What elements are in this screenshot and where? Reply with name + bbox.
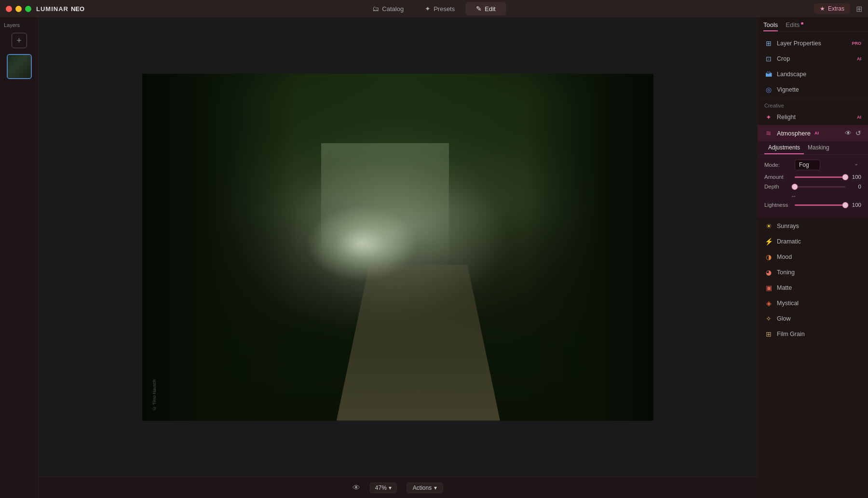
zoom-selector[interactable]: 47% ▾ <box>370 483 397 493</box>
lightness-label: Lightness <box>764 202 791 208</box>
fog-glow <box>306 205 418 282</box>
canvas-wrapper: © Timo Nausch <box>39 17 757 477</box>
crop-icon: ⊡ <box>764 54 773 63</box>
extras-button[interactable]: ★ Extras <box>814 3 850 14</box>
depth-slider-thumb[interactable] <box>792 184 798 190</box>
sunrays-label: Sunrays <box>777 223 861 229</box>
crop-label: Crop <box>777 55 853 62</box>
tab-tools[interactable]: Tools <box>763 21 778 31</box>
atmosphere-icon: ≋ <box>764 129 773 137</box>
maximize-button[interactable] <box>25 6 31 12</box>
layer-properties-icon: ⊞ <box>764 39 773 48</box>
amount-label: Amount <box>764 174 791 180</box>
toning-icon: ◕ <box>764 268 773 277</box>
tool-crop[interactable]: ⊡ Crop AI <box>758 51 868 67</box>
main-layout: Layers + © Timo Nausch <box>0 17 868 498</box>
visibility-toggle[interactable]: 👁 <box>353 484 360 492</box>
tab-edit[interactable]: ✎ Edit <box>465 2 506 15</box>
mode-select[interactable]: Fog Haze Mist Steam <box>795 160 820 170</box>
titlebar-right: ★ Extras ⊞ <box>814 3 862 14</box>
lightness-value: 100 <box>849 202 861 208</box>
copyright-text: © Timo Nausch <box>152 379 157 411</box>
tools-tab-label: Tools <box>763 21 778 28</box>
film-grain-icon: ⊞ <box>764 330 773 338</box>
tool-glow[interactable]: ✧ Glow <box>758 311 868 326</box>
nav-tabs: 🗂 Catalog ✦ Presets ✎ Edit <box>362 2 506 15</box>
crop-badge: AI <box>857 56 861 61</box>
tab-catalog[interactable]: 🗂 Catalog <box>362 2 414 15</box>
mystical-label: Mystical <box>777 300 861 307</box>
window-controls <box>6 6 31 12</box>
mode-row: Mode: Fog Haze Mist Steam <box>764 160 861 170</box>
atm-tab-masking[interactable]: Masking <box>804 141 833 154</box>
amount-slider-thumb[interactable] <box>842 174 849 180</box>
atmosphere-header-left: ≋ Atmosphere AI <box>764 129 819 137</box>
edits-tab-label: Edits <box>786 21 800 28</box>
zoom-arrow-icon: ▾ <box>389 485 392 491</box>
tab-presets[interactable]: ✦ Presets <box>414 2 465 15</box>
tool-relight[interactable]: ✦ Relight AI <box>758 109 868 125</box>
edit-label: Edit <box>485 5 495 13</box>
tool-layer-properties[interactable]: ⊞ Layer Properties PRO <box>758 36 868 51</box>
matte-icon: ▣ <box>764 283 773 292</box>
lightness-slider-thumb[interactable] <box>842 202 849 208</box>
mood-icon: ◑ <box>764 253 773 261</box>
layers-panel: Layers + <box>0 17 39 498</box>
edit-icon: ✎ <box>476 5 482 13</box>
tool-dramatic[interactable]: ⚡ Dramatic <box>758 234 868 249</box>
tool-vignette[interactable]: ◎ Vignette <box>758 82 868 97</box>
zoom-value: 47% <box>375 485 387 491</box>
creative-divider <box>758 98 868 99</box>
actions-arrow-icon: ▾ <box>434 485 437 491</box>
atmosphere-content: Mode: Fog Haze Mist Steam Amount <box>758 155 868 218</box>
tool-mystical[interactable]: ◈ Mystical <box>758 296 868 311</box>
depth-slider-track[interactable] <box>795 186 845 188</box>
forest-trees-left <box>142 74 296 421</box>
relight-icon: ✦ <box>764 113 773 121</box>
mood-label: Mood <box>777 254 861 260</box>
film-grain-label: Film Grain <box>777 331 861 337</box>
atmosphere-controls: 👁 ↺ <box>845 129 861 137</box>
amount-slider-track[interactable] <box>795 176 845 178</box>
tool-matte[interactable]: ▣ Matte <box>758 280 868 296</box>
lightness-row: Lightness 100 <box>764 202 861 208</box>
extras-label: Extras <box>828 5 844 12</box>
atmosphere-header[interactable]: ≋ Atmosphere AI 👁 ↺ <box>758 125 868 141</box>
catalog-icon: 🗂 <box>372 5 379 13</box>
layer-properties-badge: PRO <box>852 41 861 46</box>
tab-edits[interactable]: Edits <box>786 21 803 31</box>
atmosphere-eye-button[interactable]: 👁 <box>845 129 852 137</box>
actions-button[interactable]: Actions ▾ <box>407 483 443 493</box>
landscape-icon: 🏔 <box>764 70 773 79</box>
bottom-bar: 👁 47% ▾ Actions ▾ <box>39 477 757 498</box>
depth-cursor-icon: ↔ <box>791 193 797 200</box>
minimize-button[interactable] <box>15 6 22 12</box>
atm-tab-adjustments[interactable]: Adjustments <box>764 141 804 154</box>
depth-label: Depth <box>764 184 791 189</box>
matte-label: Matte <box>777 284 861 291</box>
panel-tabs: Tools Edits <box>758 17 868 32</box>
add-layer-button[interactable]: + <box>12 33 27 48</box>
tool-mood[interactable]: ◑ Mood <box>758 249 868 265</box>
tool-toning[interactable]: ◕ Toning <box>758 265 868 280</box>
tool-film-grain[interactable]: ⊞ Film Grain <box>758 326 868 342</box>
tool-sunrays[interactable]: ☀ Sunrays <box>758 218 868 234</box>
lightness-slider-track[interactable] <box>795 204 845 206</box>
tool-landscape[interactable]: 🏔 Landscape <box>758 67 868 82</box>
landscape-label: Landscape <box>777 71 861 78</box>
atmosphere-panel: ≋ Atmosphere AI 👁 ↺ Adjustments Masking <box>758 125 868 218</box>
toning-label: Toning <box>777 269 861 276</box>
depth-row: Depth 0 <box>764 184 861 189</box>
layer-thumbnail[interactable] <box>7 54 32 79</box>
app-suffix: NEO <box>71 5 84 13</box>
atmosphere-reset-button[interactable]: ↺ <box>855 129 861 137</box>
add-layer-icon: + <box>16 36 22 46</box>
mode-select-wrapper: Fog Haze Mist Steam <box>795 160 861 170</box>
atmosphere-sub-tabs: Adjustments Masking <box>758 141 868 155</box>
amount-slider-fill <box>795 176 845 178</box>
window-icon[interactable]: ⊞ <box>856 4 862 13</box>
titlebar: LUMINAR NEO 🗂 Catalog ✦ Presets ✎ Edit ★… <box>0 0 868 17</box>
masking-tab-label: Masking <box>808 144 829 151</box>
layer-properties-label: Layer Properties <box>777 40 848 47</box>
close-button[interactable] <box>6 6 12 12</box>
